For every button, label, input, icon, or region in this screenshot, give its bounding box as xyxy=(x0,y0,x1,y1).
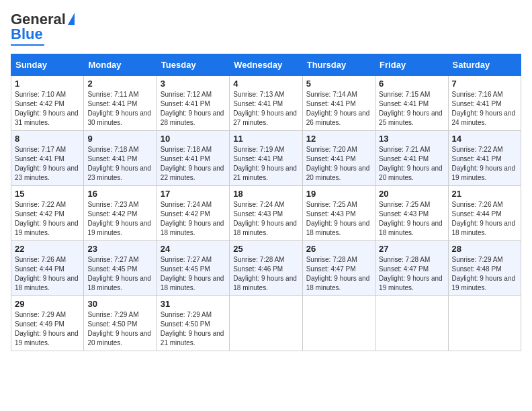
day-info: Sunrise: 7:25 AMSunset: 4:43 PMDaylight:… xyxy=(379,200,444,238)
day-info: Sunrise: 7:10 AMSunset: 4:42 PMDaylight:… xyxy=(15,90,80,128)
calendar-cell xyxy=(230,296,302,351)
calendar-cell: 6Sunrise: 7:15 AMSunset: 4:41 PMDaylight… xyxy=(375,76,448,131)
day-info: Sunrise: 7:20 AMSunset: 4:41 PMDaylight:… xyxy=(306,145,371,183)
day-number: 19 xyxy=(306,189,371,199)
day-number: 5 xyxy=(306,79,371,89)
calendar-cell xyxy=(302,296,375,351)
week-row-3: 15Sunrise: 7:22 AMSunset: 4:42 PMDayligh… xyxy=(11,186,521,241)
day-number: 17 xyxy=(161,189,226,199)
weekday-header-row: SundayMondayTuesdayWednesdayThursdayFrid… xyxy=(11,54,521,76)
day-number: 29 xyxy=(15,299,80,309)
day-number: 15 xyxy=(15,189,80,199)
calendar-cell: 8Sunrise: 7:17 AMSunset: 4:41 PMDaylight… xyxy=(11,131,84,186)
calendar-cell: 15Sunrise: 7:22 AMSunset: 4:42 PMDayligh… xyxy=(11,186,84,241)
day-number: 14 xyxy=(452,134,517,144)
day-number: 10 xyxy=(161,134,226,144)
day-info: Sunrise: 7:25 AMSunset: 4:43 PMDaylight:… xyxy=(306,200,371,238)
day-number: 31 xyxy=(161,299,226,309)
calendar-cell: 19Sunrise: 7:25 AMSunset: 4:43 PMDayligh… xyxy=(302,186,375,241)
weekday-header-tuesday: Tuesday xyxy=(157,54,229,76)
calendar-cell: 9Sunrise: 7:18 AMSunset: 4:41 PMDaylight… xyxy=(84,131,157,186)
day-number: 6 xyxy=(379,79,444,89)
calendar-cell: 29Sunrise: 7:29 AMSunset: 4:49 PMDayligh… xyxy=(11,296,84,351)
day-info: Sunrise: 7:22 AMSunset: 4:41 PMDaylight:… xyxy=(452,145,517,183)
calendar-cell: 21Sunrise: 7:26 AMSunset: 4:44 PMDayligh… xyxy=(448,186,521,241)
day-info: Sunrise: 7:28 AMSunset: 4:47 PMDaylight:… xyxy=(379,255,444,293)
day-number: 24 xyxy=(161,244,226,254)
calendar-body: 1Sunrise: 7:10 AMSunset: 4:42 PMDaylight… xyxy=(11,76,521,351)
calendar-cell: 1Sunrise: 7:10 AMSunset: 4:42 PMDaylight… xyxy=(11,76,84,131)
calendar-cell: 31Sunrise: 7:29 AMSunset: 4:50 PMDayligh… xyxy=(157,296,229,351)
week-row-2: 8Sunrise: 7:17 AMSunset: 4:41 PMDaylight… xyxy=(11,131,521,186)
day-number: 8 xyxy=(15,134,80,144)
logo-underline xyxy=(11,44,44,46)
calendar-cell: 20Sunrise: 7:25 AMSunset: 4:43 PMDayligh… xyxy=(375,186,448,241)
day-info: Sunrise: 7:23 AMSunset: 4:42 PMDaylight:… xyxy=(87,200,152,238)
day-number: 4 xyxy=(233,79,298,89)
calendar-cell: 2Sunrise: 7:11 AMSunset: 4:41 PMDaylight… xyxy=(84,76,157,131)
day-info: Sunrise: 7:28 AMSunset: 4:47 PMDaylight:… xyxy=(306,255,371,293)
calendar-cell: 28Sunrise: 7:29 AMSunset: 4:48 PMDayligh… xyxy=(448,241,521,296)
day-number: 27 xyxy=(379,244,444,254)
day-number: 16 xyxy=(87,189,152,199)
day-number: 2 xyxy=(87,79,152,89)
calendar-cell: 26Sunrise: 7:28 AMSunset: 4:47 PMDayligh… xyxy=(302,241,375,296)
day-info: Sunrise: 7:13 AMSunset: 4:41 PMDaylight:… xyxy=(233,90,298,128)
day-info: Sunrise: 7:29 AMSunset: 4:48 PMDaylight:… xyxy=(452,255,517,293)
logo-icon xyxy=(68,13,75,25)
day-number: 22 xyxy=(15,244,80,254)
calendar-cell xyxy=(375,296,448,351)
calendar-cell: 12Sunrise: 7:20 AMSunset: 4:41 PMDayligh… xyxy=(302,131,375,186)
day-number: 28 xyxy=(452,244,517,254)
calendar-cell: 24Sunrise: 7:27 AMSunset: 4:45 PMDayligh… xyxy=(157,241,229,296)
day-number: 20 xyxy=(379,189,444,199)
calendar-cell xyxy=(448,296,521,351)
calendar-cell: 10Sunrise: 7:18 AMSunset: 4:41 PMDayligh… xyxy=(157,131,229,186)
day-number: 1 xyxy=(15,79,80,89)
week-row-1: 1Sunrise: 7:10 AMSunset: 4:42 PMDaylight… xyxy=(11,76,521,131)
weekday-header-wednesday: Wednesday xyxy=(230,54,302,76)
logo-blue: Blue xyxy=(11,26,43,43)
calendar-table: SundayMondayTuesdayWednesdayThursdayFrid… xyxy=(11,54,521,351)
day-number: 21 xyxy=(452,189,517,199)
calendar-cell: 11Sunrise: 7:19 AMSunset: 4:41 PMDayligh… xyxy=(230,131,302,186)
day-info: Sunrise: 7:26 AMSunset: 4:44 PMDaylight:… xyxy=(15,255,80,293)
day-info: Sunrise: 7:18 AMSunset: 4:41 PMDaylight:… xyxy=(87,145,152,183)
weekday-header-thursday: Thursday xyxy=(302,54,375,76)
day-number: 18 xyxy=(233,189,298,199)
day-info: Sunrise: 7:29 AMSunset: 4:50 PMDaylight:… xyxy=(87,310,152,348)
weekday-header-monday: Monday xyxy=(84,54,157,76)
day-number: 3 xyxy=(161,79,226,89)
day-number: 26 xyxy=(306,244,371,254)
day-number: 12 xyxy=(306,134,371,144)
calendar-cell: 17Sunrise: 7:24 AMSunset: 4:42 PMDayligh… xyxy=(157,186,229,241)
day-info: Sunrise: 7:18 AMSunset: 4:41 PMDaylight:… xyxy=(161,145,226,183)
day-info: Sunrise: 7:21 AMSunset: 4:41 PMDaylight:… xyxy=(379,145,444,183)
day-info: Sunrise: 7:11 AMSunset: 4:41 PMDaylight:… xyxy=(87,90,152,128)
calendar-cell: 14Sunrise: 7:22 AMSunset: 4:41 PMDayligh… xyxy=(448,131,521,186)
day-number: 13 xyxy=(379,134,444,144)
header: General Blue xyxy=(11,11,521,46)
day-info: Sunrise: 7:29 AMSunset: 4:50 PMDaylight:… xyxy=(161,310,226,348)
logo: General Blue xyxy=(11,11,75,46)
weekday-header-friday: Friday xyxy=(375,54,448,76)
day-info: Sunrise: 7:15 AMSunset: 4:41 PMDaylight:… xyxy=(379,90,444,128)
day-number: 30 xyxy=(87,299,152,309)
day-number: 25 xyxy=(233,244,298,254)
calendar-cell: 16Sunrise: 7:23 AMSunset: 4:42 PMDayligh… xyxy=(84,186,157,241)
calendar-cell: 13Sunrise: 7:21 AMSunset: 4:41 PMDayligh… xyxy=(375,131,448,186)
day-number: 9 xyxy=(87,134,152,144)
day-info: Sunrise: 7:12 AMSunset: 4:41 PMDaylight:… xyxy=(161,90,226,128)
day-info: Sunrise: 7:26 AMSunset: 4:44 PMDaylight:… xyxy=(452,200,517,238)
calendar-cell: 18Sunrise: 7:24 AMSunset: 4:43 PMDayligh… xyxy=(230,186,302,241)
day-info: Sunrise: 7:19 AMSunset: 4:41 PMDaylight:… xyxy=(233,145,298,183)
day-info: Sunrise: 7:14 AMSunset: 4:41 PMDaylight:… xyxy=(306,90,371,128)
calendar-cell: 4Sunrise: 7:13 AMSunset: 4:41 PMDaylight… xyxy=(230,76,302,131)
day-info: Sunrise: 7:27 AMSunset: 4:45 PMDaylight:… xyxy=(87,255,152,293)
calendar-cell: 7Sunrise: 7:16 AMSunset: 4:41 PMDaylight… xyxy=(448,76,521,131)
calendar-cell: 23Sunrise: 7:27 AMSunset: 4:45 PMDayligh… xyxy=(84,241,157,296)
calendar-cell: 3Sunrise: 7:12 AMSunset: 4:41 PMDaylight… xyxy=(157,76,229,131)
weekday-header-sunday: Sunday xyxy=(11,54,84,76)
day-info: Sunrise: 7:28 AMSunset: 4:46 PMDaylight:… xyxy=(233,255,298,293)
calendar-cell: 22Sunrise: 7:26 AMSunset: 4:44 PMDayligh… xyxy=(11,241,84,296)
